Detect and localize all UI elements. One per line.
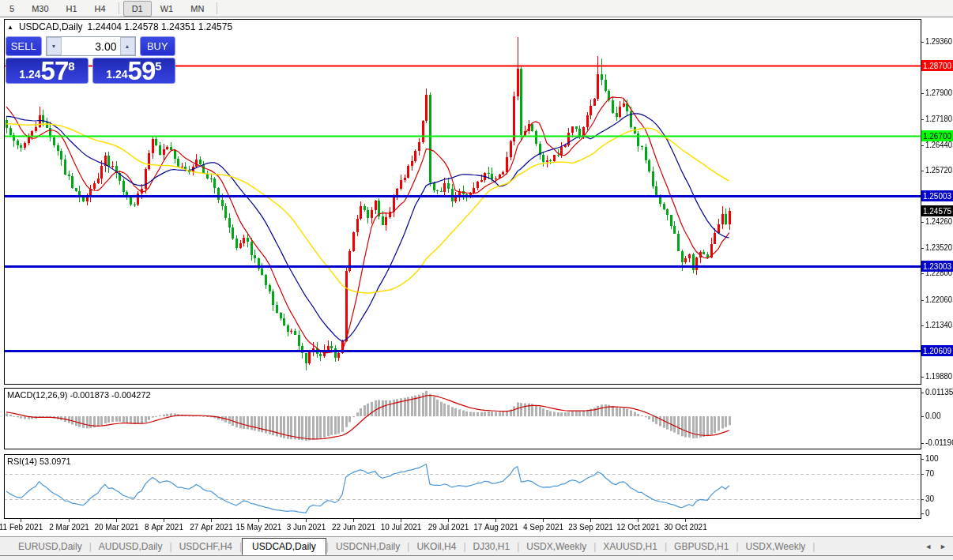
chart-tab-usdchf-h4[interactable]: USDCHF,H4 bbox=[172, 539, 239, 554]
timeframe-button-d1[interactable]: D1 bbox=[123, 1, 152, 17]
chart-symbol-title: USDCAD,Daily bbox=[19, 21, 83, 32]
chart-tab-dj30-h1[interactable]: DJ30,H1 bbox=[466, 539, 518, 554]
timeframe-button-h4[interactable]: H4 bbox=[86, 1, 115, 17]
trade-panel-controls: SELL ▼ ▲ BUY bbox=[6, 36, 175, 56]
chart-tab-xauusd-h1[interactable]: XAUUSD,H1 bbox=[596, 539, 665, 554]
toolbar-separator bbox=[119, 2, 119, 14]
buy-price-button[interactable]: 1.24 59 5 bbox=[92, 58, 175, 84]
buy-button[interactable]: BUY bbox=[140, 36, 176, 56]
buy-price-pip-digit: 5 bbox=[155, 59, 161, 73]
timeframe-button-5[interactable]: 5 bbox=[1, 1, 23, 17]
volume-decrease-button[interactable]: ▼ bbox=[47, 37, 62, 55]
trading-platform-window: 5M30H1H4D1W1MN ▲ USDCAD,Daily 1.24404 1.… bbox=[0, 0, 953, 560]
timeframe-button-h1[interactable]: H1 bbox=[58, 1, 86, 17]
volume-input[interactable] bbox=[62, 37, 120, 55]
sell-price-button[interactable]: 1.24 57 8 bbox=[6, 58, 89, 84]
chart-tab-bar: EURUSD,Daily|AUDUSD,Daily|USDCHF,H4|USDC… bbox=[0, 536, 953, 560]
timeframe-toolbar: 5M30H1H4D1W1MN bbox=[0, 0, 953, 17]
chart-tab-ukoil-h4[interactable]: UKOil,H4 bbox=[409, 539, 463, 554]
sell-price-pip-digit: 8 bbox=[68, 59, 74, 73]
buy-price-big-digits: 59 bbox=[128, 59, 156, 83]
timeframe-button-m30[interactable]: M30 bbox=[23, 1, 57, 17]
rsi-indicator-label: RSI(14) 53.0971 bbox=[7, 457, 71, 466]
macd-indicator-label: MACD(12,26,9) -0.001873 -0.004272 bbox=[7, 390, 151, 400]
chart-tab-eurusd-daily[interactable]: EURUSD,Daily bbox=[11, 539, 89, 554]
volume-group: ▼ ▲ bbox=[46, 36, 136, 56]
trade-panel-prices: 1.24 57 8 1.24 59 5 bbox=[6, 58, 175, 84]
chart-tab-usdx-weekly[interactable]: USDX,Weekly bbox=[519, 539, 593, 554]
chart-tab-usdx-weekly[interactable]: USDX,Weekly bbox=[739, 539, 813, 554]
chart-tab-usdcnh-daily[interactable]: USDCNH,Daily bbox=[329, 539, 407, 554]
sell-price-big-digits: 57 bbox=[41, 59, 69, 83]
chart-header: ▲ USDCAD,Daily 1.24404 1.24578 1.24351 1… bbox=[7, 21, 232, 32]
volume-increase-button[interactable]: ▲ bbox=[120, 37, 135, 55]
sell-button[interactable]: SELL bbox=[6, 36, 42, 56]
tab-scroll-left-icon[interactable]: ◄ bbox=[925, 543, 932, 551]
buy-price-prefix: 1.24 bbox=[106, 68, 127, 81]
tab-scroll-right-icon[interactable]: ► bbox=[940, 543, 947, 551]
one-click-trade-panel: SELL ▼ ▲ BUY 1.24 57 8 1.24 59 5 bbox=[6, 36, 175, 84]
tab-scroll-arrows: ◄ ► bbox=[918, 537, 953, 556]
chart-ohlc-values: 1.24404 1.24578 1.24351 1.24575 bbox=[88, 21, 233, 32]
chart-tabs: EURUSD,Daily|AUDUSD,Daily|USDCHF,H4|USDC… bbox=[0, 537, 918, 556]
timeframe-button-mn[interactable]: MN bbox=[182, 1, 213, 17]
chart-tab-audusd-daily[interactable]: AUDUSD,Daily bbox=[92, 539, 170, 554]
collapse-triangle-icon[interactable]: ▲ bbox=[7, 24, 13, 31]
sell-price-prefix: 1.24 bbox=[19, 68, 40, 81]
tab-separator: | bbox=[812, 541, 815, 552]
chart-tab-usdcad-daily[interactable]: USDCAD,Daily bbox=[242, 538, 326, 555]
timeframe-button-w1[interactable]: W1 bbox=[152, 1, 183, 17]
chart-tab-gbpusd-h1[interactable]: GBPUSD,H1 bbox=[667, 539, 736, 554]
toolbar-separator bbox=[217, 2, 217, 14]
